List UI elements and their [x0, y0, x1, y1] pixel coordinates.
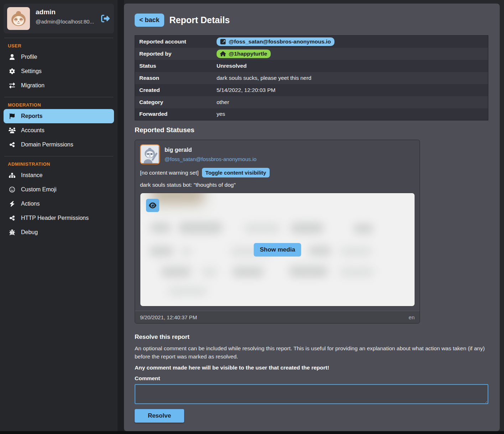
sidebar-item-label: Actions: [21, 201, 40, 207]
sidebar-divider: [4, 38, 113, 38]
bottom-strip: [0, 431, 504, 434]
reporter-account-handle: @1happyturtle: [229, 51, 267, 57]
sidebar-item-reports[interactable]: Reports: [4, 109, 114, 123]
blur-blob: [353, 224, 373, 234]
section-label-user: USER: [8, 43, 114, 48]
row-label: Reported account: [135, 36, 213, 48]
table-row: Category other: [135, 96, 488, 108]
user-handle: @admin@localhost:80...: [36, 19, 94, 25]
user-icon: [9, 54, 16, 60]
row-label: Reported by: [135, 48, 213, 60]
sidebar-item-profile[interactable]: Profile: [4, 50, 114, 64]
blur-blob: [340, 247, 372, 256]
sidebar-item-label: Migration: [21, 82, 45, 89]
sidebar-item-label: Accounts: [21, 127, 45, 134]
blur-blob: [150, 222, 171, 233]
blur-blob: [289, 266, 328, 277]
sidebar-item-label: Settings: [21, 68, 42, 74]
row-label: Category: [135, 96, 213, 108]
table-row: Forwarded yes: [135, 108, 488, 120]
sidebar-item-label: HTTP Header Permissions: [21, 215, 89, 221]
user-info: admin @admin@localhost:80...: [36, 7, 94, 30]
blur-blob: [308, 246, 331, 256]
row-label: Created: [135, 84, 213, 96]
comment-label: Comment: [135, 375, 489, 382]
sidebar-item-domain-permissions[interactable]: Domain Permissions: [4, 138, 114, 152]
sidebar-item-instance[interactable]: Instance: [4, 168, 114, 182]
status-content: dark souls status bot: "thoughts of dog": [140, 182, 415, 188]
table-row: Reported by @1happyturtle: [135, 48, 488, 60]
resolve-button[interactable]: Resolve: [135, 409, 184, 423]
sidebar-item-label: Custom Emoji: [21, 186, 57, 193]
row-label: Reason: [135, 72, 213, 84]
sidebar-item-label: Debug: [21, 229, 38, 236]
row-label: Forwarded: [135, 108, 213, 120]
external-link-icon: [220, 39, 226, 45]
blur-blob: [150, 246, 173, 257]
house-icon: [220, 51, 226, 57]
resolve-warning: Any comment made here will be visible to…: [135, 365, 489, 371]
sidebar-item-custom-emoji[interactable]: Custom Emoji: [4, 182, 114, 197]
comment-textarea[interactable]: [135, 384, 488, 404]
bug-icon: [9, 229, 16, 236]
created-value: 5/14/2022, 12:20:03 PM: [212, 84, 488, 96]
bolt-icon: [9, 201, 16, 207]
smile-icon: [9, 187, 16, 193]
sidebar-divider: [4, 156, 113, 156]
reason-value: dark souls sucks, please yeet this nerd: [212, 72, 488, 84]
blur-blob: [291, 222, 323, 234]
forwarded-value: yes: [212, 108, 488, 120]
user-card: admin @admin@localhost:80...: [4, 4, 114, 33]
user-name: admin: [36, 8, 94, 16]
avatar: [7, 7, 30, 30]
users-icon: [9, 128, 16, 134]
table-row: Reason dark souls sucks, please yeet thi…: [135, 72, 488, 84]
cogs-icon: [9, 68, 16, 74]
show-media-button[interactable]: Show media: [254, 243, 301, 257]
eye-icon[interactable]: [146, 199, 159, 212]
status-timestamp: 9/20/2021, 12:40:37 PM: [140, 314, 197, 320]
sidebar-item-http-header-permissions[interactable]: HTTP Header Permissions: [4, 211, 114, 225]
status-media-blurred[interactable]: Show media: [140, 193, 415, 306]
sidebar-divider: [4, 97, 113, 97]
table-row: Reported account @foss_satan@fossbros-an…: [135, 36, 488, 48]
blur-blob: [202, 267, 217, 277]
right-left-icon: [9, 83, 16, 89]
status-author: big gerald @foss_satan@fossbros-anonymou…: [165, 144, 256, 164]
sidebar: admin @admin@localhost:80... USER Profil…: [0, 0, 118, 431]
back-button[interactable]: < back: [135, 14, 164, 27]
status-handle: @foss_satan@fossbros-anonymous.io: [165, 156, 256, 162]
table-row: Created 5/14/2022, 12:20:03 PM: [135, 84, 488, 96]
blur-blob: [179, 222, 222, 234]
share-nodes-icon: [9, 215, 16, 221]
status-avatar: [140, 144, 160, 164]
content-warning-line: [no content warning set] Toggle content …: [140, 168, 415, 177]
reporter-account-link[interactable]: @1happyturtle: [217, 50, 271, 58]
flag-icon: [9, 113, 16, 119]
status-display-name: big gerald: [165, 147, 256, 153]
section-label-moderation: MODERATION: [8, 102, 114, 108]
share-nodes-icon: [9, 142, 16, 148]
toggle-content-visibility-button[interactable]: Toggle content visibility: [202, 168, 270, 177]
blur-blob: [168, 286, 207, 296]
sidebar-item-debug[interactable]: Debug: [4, 225, 114, 239]
reported-statuses-heading: Reported Statuses: [135, 126, 489, 134]
sidebar-item-label: Profile: [21, 54, 37, 60]
reported-account-handle: @foss_satan@fossbros-anonymous.io: [229, 38, 331, 45]
sidebar-item-settings[interactable]: Settings: [4, 64, 114, 78]
sidebar-item-migration[interactable]: Migration: [4, 78, 114, 93]
status-footer: 9/20/2021, 12:40:37 PM en: [135, 311, 420, 323]
reported-status-card: big gerald @foss_satan@fossbros-anonymou…: [135, 140, 420, 324]
resolve-description: An optional comment can be included whil…: [135, 344, 488, 361]
blur-blob: [244, 223, 280, 234]
sidebar-item-actions[interactable]: Actions: [4, 197, 114, 211]
report-details-panel: < back Report Details Reported account @…: [124, 4, 500, 431]
status-value: Unresolved: [212, 60, 488, 72]
sidebar-item-label: Reports: [21, 113, 42, 119]
page-title: Report Details: [170, 15, 230, 25]
status-language: en: [409, 314, 415, 320]
status-header: big gerald @foss_satan@fossbros-anonymou…: [140, 144, 415, 164]
logout-icon[interactable]: [101, 14, 110, 23]
sidebar-item-accounts[interactable]: Accounts: [4, 123, 114, 138]
reported-account-link[interactable]: @foss_satan@fossbros-anonymous.io: [217, 37, 334, 46]
